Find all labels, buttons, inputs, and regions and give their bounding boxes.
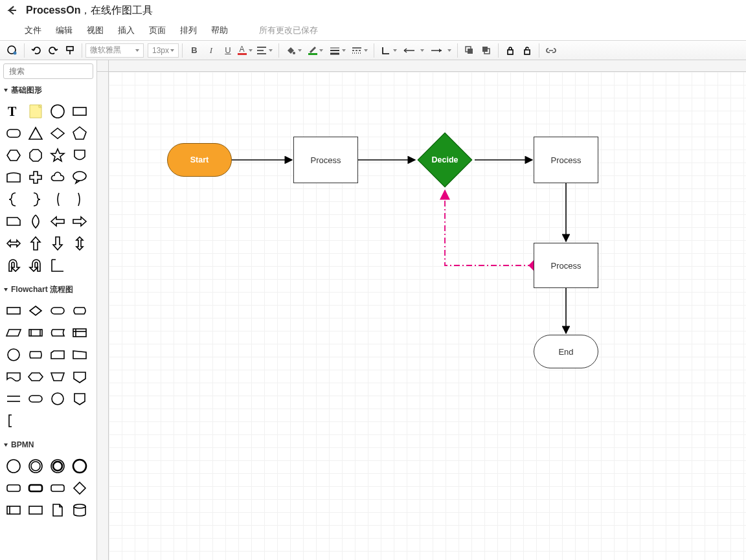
shape-star[interactable] [47,144,69,166]
italic-button[interactable]: I [203,42,220,59]
flowchart-start-node[interactable]: Start [167,143,232,177]
flowchart-process-node-1[interactable]: Process [293,137,358,183]
shape-bpmn-lane[interactable] [25,499,47,521]
shape-fc-prep[interactable] [25,366,47,388]
shape-fc-data[interactable] [3,322,25,344]
shape-single-brace-l[interactable] [47,188,69,210]
shape-note[interactable] [25,100,47,122]
arrow-start-button[interactable] [400,42,427,59]
link-button[interactable] [543,42,560,59]
shape-bpmn-event[interactable] [3,455,25,477]
shape-single-brace-r[interactable] [69,188,91,210]
shape-fc-term2[interactable] [25,388,47,410]
unlock-button[interactable] [519,42,536,59]
shape-roundrect[interactable] [3,122,25,144]
shape-arrow-left[interactable] [47,210,69,232]
font-family-select[interactable]: 微软雅黑 [85,43,144,58]
shape-u-turn-left[interactable] [25,254,47,276]
shape-fc-display[interactable] [69,300,91,322]
shape-fc-manual[interactable] [69,344,91,366]
stroke-color-button[interactable] [304,42,326,59]
shape-octagon[interactable] [25,144,47,166]
shape-fc-offpage[interactable] [69,366,91,388]
shape-bpmn-gateway[interactable] [69,477,91,499]
shape-insert-button[interactable] [4,42,21,59]
bring-front-button[interactable] [461,42,478,59]
flowchart-process-node-2[interactable]: Process [534,137,598,183]
shape-circle[interactable] [47,100,69,122]
shape-bpmn-datastore[interactable] [69,499,91,521]
shape-speech[interactable] [69,166,91,188]
format-painter-button[interactable] [62,42,78,59]
ruler-horizontal[interactable] [109,60,746,72]
flowchart-process-node-3[interactable]: Process [534,243,598,288]
shape-bpmn-task2[interactable] [47,477,69,499]
align-button[interactable] [253,42,275,59]
shape-brace-right[interactable] [25,188,47,210]
shape-pentagon[interactable] [69,122,91,144]
line-weight-button[interactable] [326,42,348,59]
underline-button[interactable]: U [220,42,236,59]
connector-type-button[interactable] [378,42,400,59]
shape-fc-process[interactable] [3,300,25,322]
shape-bpmn-task-bold[interactable] [25,477,47,499]
shape-bpmn-data[interactable] [47,499,69,521]
shape-fc-internal[interactable] [69,322,91,344]
shape-fc-circle2[interactable] [47,388,69,410]
shape-cross[interactable] [25,166,47,188]
fill-color-button[interactable] [282,42,304,59]
shape-bpmn-event-int2[interactable] [47,455,69,477]
shape-fc-connector[interactable] [3,344,25,366]
search-field[interactable] [8,66,107,76]
ruler-vertical[interactable] [97,72,109,560]
menu-view[interactable]: 视图 [87,25,104,36]
shape-card[interactable] [3,210,25,232]
shape-fc-decision[interactable] [25,300,47,322]
arrow-end-button[interactable] [427,42,454,59]
shape-text[interactable]: T [3,100,25,122]
shape-u-turn-right[interactable] [3,254,25,276]
shape-fc-doc[interactable] [3,366,25,388]
shape-fc-parallel[interactable] [3,388,25,410]
send-back-button[interactable] [478,42,495,59]
shape-fc-stored[interactable] [47,322,69,344]
shape-arrow-up[interactable] [25,232,47,254]
shape-arrow-right[interactable] [69,210,91,232]
shape-shield[interactable] [69,144,91,166]
font-color-button[interactable]: A [236,42,253,59]
shape-corner[interactable] [47,254,69,276]
back-icon[interactable] [5,4,18,17]
shape-fc-bracket[interactable] [3,410,25,432]
shape-arrow-lr[interactable] [3,232,25,254]
shape-bpmn-event-int[interactable] [25,455,47,477]
flowchart-end-node[interactable]: End [534,335,598,368]
shape-diamond[interactable] [47,122,69,144]
menu-edit[interactable]: 编辑 [56,25,73,36]
shape-arc-rect[interactable] [3,166,25,188]
menu-insert[interactable]: 插入 [118,25,135,36]
menu-arrange[interactable]: 排列 [180,25,197,36]
font-size-select[interactable]: 13px [148,43,179,58]
shape-brace-left[interactable] [3,188,25,210]
shape-fc-predef[interactable] [25,322,47,344]
shape-bpmn-pool[interactable] [3,499,25,521]
shape-triangle[interactable] [25,122,47,144]
category-basic[interactable]: 基础图形 [0,82,96,98]
lock-button[interactable] [502,42,519,59]
category-flowchart[interactable]: Flowchart 流程图 [0,282,96,297]
shape-fc-terminator[interactable] [47,300,69,322]
menu-file[interactable]: 文件 [25,25,41,36]
shape-fc-seqdata[interactable] [25,344,47,366]
bold-button[interactable]: B [186,42,203,59]
shape-drop[interactable] [25,210,47,232]
shape-bpmn-event-end[interactable] [69,455,91,477]
menu-page[interactable]: 页面 [149,25,166,36]
redo-button[interactable] [45,42,62,59]
shape-arrow-down[interactable] [47,232,69,254]
shape-rect[interactable] [69,100,91,122]
undo-button[interactable] [28,42,45,59]
menu-help[interactable]: 帮助 [211,25,228,36]
shape-arrow-ud[interactable] [69,232,91,254]
canvas[interactable]: Start Process Decide Process Process End [109,72,746,560]
shape-cloud[interactable] [47,166,69,188]
